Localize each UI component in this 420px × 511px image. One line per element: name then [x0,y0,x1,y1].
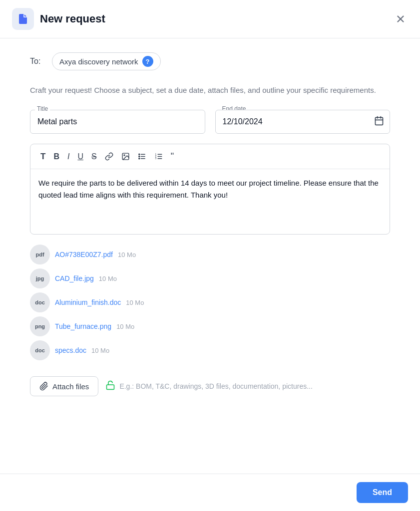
svg-point-11 [138,154,139,155]
file-name[interactable]: Tube_furnace.png [55,322,111,330]
header-left: New request [12,8,105,30]
file-type-badge: png [30,316,50,336]
file-name[interactable]: specs.doc [55,346,86,354]
list-item: doc Aluminium_finish.doc 10 Mo [30,292,390,312]
date-field: End date [215,110,391,134]
file-type-badge: doc [30,292,50,312]
description-text: Craft your request! Choose a subject, se… [30,84,390,96]
dialog-title: New request [40,12,105,25]
lock-icon [105,380,115,393]
help-icon[interactable]: ? [142,56,153,67]
toolbar-text-btn[interactable]: T [37,150,48,164]
title-field: Title [30,110,205,134]
file-size: 10 Mo [91,347,109,354]
list-item: pdf AO#738E00Z7.pdf 10 Mo [30,245,390,264]
dialog-content: To: Axya discovery network ? Craft your … [0,38,420,474]
fields-row: Title End date [30,110,390,134]
file-type-badge: jpg [30,268,50,288]
date-wrapper [215,110,391,134]
toolbar-bold-btn[interactable]: B [50,150,62,163]
calendar-icon [374,116,384,128]
dialog-icon [12,8,34,30]
recipient-name: Axya discovery network [59,57,138,66]
dialog-footer: Send [0,474,420,511]
toolbar-ul-btn[interactable] [135,150,149,163]
toolbar-ol-btn[interactable]: 1 2 3 [151,150,166,163]
editor-body[interactable]: We require the parts to be delivered wit… [30,169,390,234]
file-size: 10 Mo [118,251,136,258]
list-item: jpg CAD_file.jpg 10 Mo [30,268,390,288]
toolbar-underline-btn[interactable]: U [74,150,86,163]
editor-container: T B I U S [30,144,390,235]
svg-rect-2 [376,118,383,125]
file-size: 10 Mo [116,323,134,330]
close-button[interactable] [393,11,408,26]
file-size: 10 Mo [126,299,144,306]
file-list: pdf AO#738E00Z7.pdf 10 Mo jpg CAD_file.j… [30,245,390,360]
to-row: To: Axya discovery network ? [30,52,390,70]
attach-files-button[interactable]: Attach files [30,376,98,396]
svg-rect-20 [107,385,114,389]
title-label: Title [35,105,50,112]
attach-hint-text: E.g.: BOM, T&C, drawings, 3D files, docu… [119,382,312,390]
attach-row: Attach files E.g.: BOM, T&C, drawings, 3… [30,370,390,402]
list-item: png Tube_furnace.png 10 Mo [30,316,390,336]
svg-point-12 [138,156,139,157]
date-input[interactable] [215,110,391,134]
file-name[interactable]: AO#738E00Z7.pdf [55,251,113,258]
toolbar-quote-btn[interactable]: " [168,149,177,164]
recipient-chip[interactable]: Axya discovery network ? [52,52,161,70]
dialog-header: New request [0,0,420,38]
attach-files-label: Attach files [52,382,89,391]
attach-hint: E.g.: BOM, T&C, drawings, 3D files, docu… [105,380,312,393]
file-type-badge: doc [30,340,50,360]
file-size: 10 Mo [99,275,117,282]
toolbar-link-btn[interactable] [102,150,116,163]
svg-text:3: 3 [155,157,156,160]
send-button[interactable]: Send [357,482,408,503]
to-label: To: [30,57,44,66]
list-item: doc specs.doc 10 Mo [30,340,390,360]
editor-toolbar: T B I U S [30,144,390,169]
file-name[interactable]: Aluminium_finish.doc [55,298,121,306]
svg-point-13 [138,158,139,159]
file-type-badge: pdf [30,245,50,264]
toolbar-strikethrough-btn[interactable]: S [88,150,100,163]
file-name[interactable]: CAD_file.jpg [55,274,94,282]
toolbar-image-btn[interactable] [118,150,133,163]
svg-point-7 [124,155,125,156]
toolbar-italic-btn[interactable]: I [64,150,72,163]
title-input[interactable] [30,110,205,134]
